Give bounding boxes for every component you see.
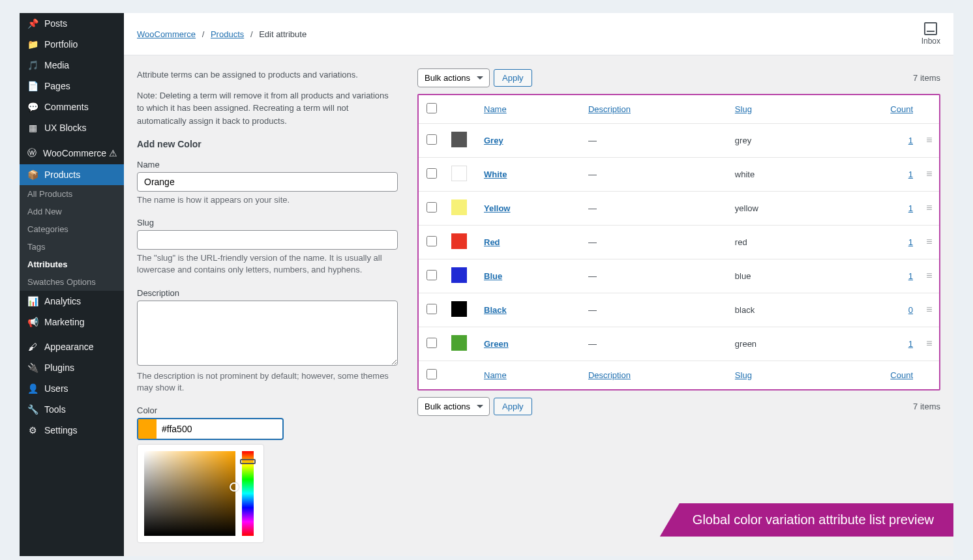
breadcrumb-woocommerce[interactable]: WooCommerce: [137, 29, 196, 39]
term-name-link[interactable]: Green: [484, 339, 509, 349]
inbox-button[interactable]: Inbox: [921, 22, 940, 46]
bulk-actions-top: Bulk actions Apply 7 items: [417, 68, 940, 87]
bulk-actions-select-bottom[interactable]: Bulk actions: [417, 397, 490, 416]
select-all-checkbox[interactable]: [427, 103, 437, 113]
footer-slug[interactable]: Slug: [735, 370, 752, 380]
breadcrumb-products[interactable]: Products: [211, 29, 244, 39]
footer-name[interactable]: Name: [484, 370, 507, 380]
color-label: Color: [137, 405, 398, 415]
color-cursor[interactable]: [230, 482, 239, 492]
term-slug: red: [728, 226, 825, 259]
sidebar-item-marketing[interactable]: 📢Marketing: [20, 312, 124, 332]
term-count-link[interactable]: 1: [908, 271, 913, 281]
sidebar-item-plugins[interactable]: 🔌Plugins: [20, 357, 124, 378]
table-row: Blue — blue 1 ≡: [419, 259, 939, 293]
term-name-link[interactable]: Grey: [484, 136, 503, 145]
drag-handle-icon[interactable]: ≡: [926, 274, 932, 278]
footer-description[interactable]: Description: [588, 370, 631, 380]
description-help: The description is not prominent by defa…: [137, 370, 398, 394]
term-name-link[interactable]: White: [484, 169, 507, 179]
row-checkbox[interactable]: [427, 304, 437, 314]
sub-all-products[interactable]: All Products: [20, 185, 124, 203]
term-count-link[interactable]: 1: [908, 339, 913, 349]
plug-icon: 🔌: [26, 362, 39, 373]
drag-handle-icon[interactable]: ≡: [926, 308, 932, 312]
color-swatch: [451, 267, 467, 283]
folder-icon: 📁: [26, 39, 39, 50]
sidebar-item-products[interactable]: 📦Products: [20, 164, 124, 185]
sidebar-item-appearance[interactable]: 🖌Appearance: [20, 336, 124, 357]
term-count-link[interactable]: 1: [908, 203, 913, 213]
sidebar-item-analytics[interactable]: 📊Analytics: [20, 291, 124, 312]
drag-handle-icon[interactable]: ≡: [926, 206, 932, 210]
color-swatch: [451, 301, 467, 317]
term-count-link[interactable]: 1: [908, 237, 913, 247]
color-saturation-area[interactable]: [144, 451, 235, 536]
drag-handle-icon[interactable]: ≡: [926, 138, 932, 142]
sidebar-item-portfolio[interactable]: 📁Portfolio: [20, 34, 124, 55]
sidebar-item-comments[interactable]: 💬Comments: [20, 96, 124, 117]
sidebar-item-pages[interactable]: 📄Pages: [20, 76, 124, 96]
color-field: [137, 418, 284, 440]
sidebar-item-tools[interactable]: 🔧Tools: [20, 399, 124, 420]
header-description[interactable]: Description: [588, 104, 631, 114]
sidebar-item-uxblocks[interactable]: ▦UX Blocks: [20, 117, 124, 138]
sub-attributes[interactable]: Attributes: [20, 256, 124, 273]
footer-count[interactable]: Count: [890, 370, 913, 380]
color-input[interactable]: [157, 420, 282, 438]
preview-banner: Global color variation attribute list pr…: [660, 503, 953, 537]
term-description: —: [582, 259, 728, 293]
sub-add-new[interactable]: Add New: [20, 203, 124, 220]
select-all-checkbox-footer[interactable]: [427, 369, 437, 379]
row-checkbox[interactable]: [427, 236, 437, 246]
term-name-link[interactable]: Black: [484, 305, 507, 315]
row-checkbox[interactable]: [427, 270, 437, 280]
row-checkbox[interactable]: [427, 202, 437, 213]
hue-cursor[interactable]: [240, 459, 256, 464]
description-input[interactable]: [137, 301, 398, 366]
color-swatch: [451, 166, 467, 181]
row-checkbox[interactable]: [427, 338, 437, 348]
term-count-link[interactable]: 1: [908, 169, 913, 179]
sidebar-item-users[interactable]: 👤Users: [20, 378, 124, 399]
name-label: Name: [137, 160, 398, 169]
term-count-link[interactable]: 1: [908, 136, 913, 145]
sidebar-item-posts[interactable]: 📌Posts: [20, 13, 124, 34]
color-hue-slider[interactable]: [242, 451, 254, 536]
term-count-link[interactable]: 0: [908, 305, 913, 315]
bulk-actions-select[interactable]: Bulk actions: [417, 68, 490, 87]
apply-button-bottom[interactable]: Apply: [494, 398, 532, 415]
brush-icon: 🖌: [26, 342, 39, 352]
sub-categories[interactable]: Categories: [20, 220, 124, 238]
term-name-link[interactable]: Yellow: [484, 203, 510, 213]
term-name-link[interactable]: Blue: [484, 271, 502, 281]
header-count[interactable]: Count: [890, 104, 913, 114]
drag-handle-icon[interactable]: ≡: [926, 240, 932, 244]
sidebar-item-woocommerce[interactable]: ⓦWooCommerce ⚠: [20, 142, 124, 164]
terms-list-panel: Bulk actions Apply 7 items Name Descript…: [417, 68, 940, 543]
table-row: Grey — grey 1 ≡: [419, 124, 939, 158]
sub-swatches[interactable]: Swatches Options: [20, 273, 124, 291]
row-checkbox[interactable]: [427, 168, 437, 179]
term-name-link[interactable]: Red: [484, 237, 500, 247]
form-heading: Add new Color: [137, 139, 398, 149]
slug-input[interactable]: [137, 230, 398, 250]
row-checkbox[interactable]: [427, 134, 437, 145]
sub-tags[interactable]: Tags: [20, 238, 124, 256]
table-row: Yellow — yellow 1 ≡: [419, 192, 939, 226]
inbox-icon: [924, 22, 937, 35]
sidebar-item-media[interactable]: 🎵Media: [20, 55, 124, 76]
chart-icon: 📊: [26, 296, 39, 306]
topbar: WooCommerce / Products / Edit attribute …: [124, 13, 953, 55]
color-swatch: [451, 199, 467, 215]
sidebar-item-settings[interactable]: ⚙Settings: [20, 420, 124, 441]
header-name[interactable]: Name: [484, 104, 507, 114]
term-description: —: [582, 327, 728, 361]
color-swatch: [451, 132, 467, 147]
header-slug[interactable]: Slug: [735, 104, 752, 114]
color-swatch-preview[interactable]: [138, 419, 157, 439]
name-input[interactable]: [137, 172, 398, 192]
apply-button[interactable]: Apply: [494, 69, 532, 87]
drag-handle-icon[interactable]: ≡: [926, 342, 932, 346]
drag-handle-icon[interactable]: ≡: [926, 172, 932, 176]
